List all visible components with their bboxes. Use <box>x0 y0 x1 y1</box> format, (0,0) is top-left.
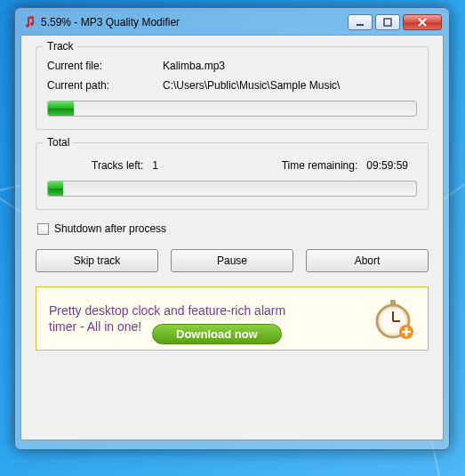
track-progress-fill <box>48 101 74 116</box>
shutdown-label: Shutdown after process <box>54 222 166 235</box>
app-icon <box>22 15 36 29</box>
current-file-label: Current file: <box>47 60 163 72</box>
titlebar[interactable]: 5.59% - MP3 Quality Modifier <box>20 13 444 35</box>
ad-banner[interactable]: Pretty desktop clock and feature-rich al… <box>36 286 429 351</box>
download-now-button[interactable]: Download now <box>152 324 282 344</box>
close-button[interactable] <box>403 14 442 30</box>
total-group: Total Tracks left: 1 Time remaining: 09:… <box>36 142 429 210</box>
current-path-value: C:\Users\Public\Music\Sample Music\ <box>163 79 417 92</box>
abort-button[interactable]: Abort <box>306 249 429 272</box>
current-path-label: Current path: <box>47 79 163 92</box>
pause-button[interactable]: Pause <box>171 249 293 272</box>
stopwatch-icon <box>371 296 415 341</box>
time-remaining-value: 09:59:59 <box>366 159 408 172</box>
time-remaining-label: Time remaining: <box>282 159 358 172</box>
tracks-left-value: 1 <box>152 159 158 172</box>
svg-rect-4 <box>390 300 396 305</box>
skip-track-button[interactable]: Skip track <box>36 249 158 272</box>
svg-rect-0 <box>357 24 364 26</box>
track-group: Track Current file: Kalimba.mp3 Current … <box>36 46 429 130</box>
total-progress-fill <box>48 182 63 196</box>
client-area: Track Current file: Kalimba.mp3 Current … <box>20 35 444 440</box>
tracks-left-label: Tracks left: <box>92 159 143 172</box>
svg-rect-1 <box>384 19 391 26</box>
maximize-button[interactable] <box>375 14 400 30</box>
app-window: 5.59% - MP3 Quality Modifier Track Curre… <box>14 7 450 450</box>
current-file-value: Kalimba.mp3 <box>163 60 417 72</box>
total-group-label: Total <box>44 136 73 149</box>
track-progress <box>47 101 417 117</box>
track-group-label: Track <box>44 40 77 52</box>
shutdown-checkbox[interactable] <box>37 223 49 235</box>
window-title: 5.59% - MP3 Quality Modifier <box>41 16 348 28</box>
minimize-button[interactable] <box>348 14 373 30</box>
total-progress <box>47 181 417 197</box>
